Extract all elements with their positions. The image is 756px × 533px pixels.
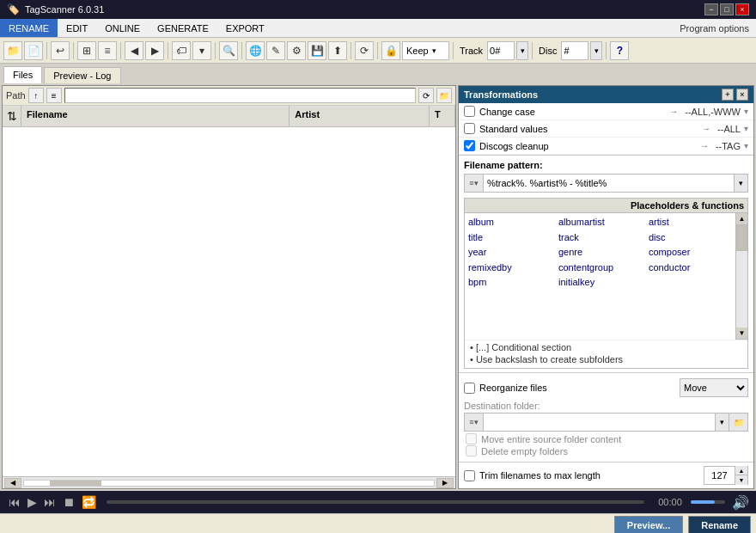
toolbar-separator-3 — [120, 42, 121, 59]
col-filename[interactable]: Filename — [21, 106, 290, 126]
keep-button[interactable]: 🔒 — [381, 41, 400, 60]
menu-edit[interactable]: EDIT — [58, 19, 96, 37]
dest-prefix[interactable]: ≡▾ — [465, 414, 484, 431]
dest-dropdown[interactable]: ▾ — [715, 414, 729, 431]
open-folder-button[interactable]: 📁 — [3, 41, 22, 60]
trans-checkbox-standard-values[interactable] — [464, 123, 475, 134]
ph-remixedby[interactable]: remixedby — [468, 260, 552, 276]
tools-button[interactable]: ⚙ — [287, 41, 306, 60]
dest-browse-button[interactable]: 📁 — [729, 413, 748, 432]
menu-export[interactable]: EXPORT — [217, 19, 273, 37]
trans-expand-2[interactable]: ▾ — [744, 124, 748, 133]
menu-generate[interactable]: GENERATE — [149, 19, 217, 37]
path-menu-button[interactable]: ≡ — [46, 88, 62, 103]
maximize-button[interactable]: □ — [720, 3, 734, 15]
ph-year[interactable]: year — [468, 245, 552, 260]
track-dropdown[interactable]: ▾ — [516, 41, 528, 60]
trans-expand-3[interactable]: ▾ — [744, 141, 748, 150]
scroll-right-button[interactable]: ▶ — [436, 478, 454, 488]
path-up-button[interactable]: ↑ — [28, 88, 44, 103]
player-next-button[interactable]: ⏭ — [42, 495, 58, 509]
dest-input[interactable] — [484, 417, 715, 427]
keep-dropdown[interactable]: Keep ▾ — [402, 41, 449, 60]
trans-arrow-1: → — [669, 107, 678, 116]
trim-up-button[interactable]: ▲ — [735, 466, 747, 475]
pattern-prefix[interactable]: ≡▾ — [465, 175, 484, 192]
trans-new-button[interactable]: + — [722, 89, 734, 101]
ph-scroll-thumb[interactable] — [736, 225, 747, 251]
prev-button[interactable]: ◀ — [125, 41, 143, 60]
ph-conductor[interactable]: conductor — [649, 260, 732, 276]
ph-scroll-up[interactable]: ▲ — [736, 213, 747, 225]
minimize-button[interactable]: − — [704, 3, 718, 15]
grid-view-button[interactable]: ⊞ — [77, 41, 96, 60]
ph-bpm[interactable]: bpm — [468, 275, 552, 291]
ph-artist[interactable]: artist — [649, 215, 732, 230]
volume-bar[interactable] — [691, 500, 725, 504]
move-dropdown[interactable]: Move — [680, 378, 748, 397]
trans-checkbox-discogs[interactable] — [464, 140, 475, 151]
player-stop-button[interactable]: ⏹ — [61, 495, 76, 509]
disc-dropdown[interactable]: ▾ — [590, 41, 602, 60]
preview-button[interactable]: Preview... — [614, 516, 683, 534]
ph-title[interactable]: title — [468, 230, 552, 246]
search-button[interactable]: 🔍 — [219, 41, 238, 60]
scroll-thumb[interactable] — [50, 481, 101, 486]
ph-scroll-dn[interactable]: ▼ — [736, 328, 747, 340]
track-input[interactable] — [487, 41, 515, 60]
ph-contentgroup[interactable]: contentgroup — [558, 260, 642, 276]
trim-value-input[interactable] — [704, 470, 735, 481]
sort-icon[interactable]: ⇅ — [3, 106, 21, 126]
tag-edit-button[interactable]: ✎ — [266, 41, 285, 60]
pattern-dropdown[interactable]: ▾ — [734, 175, 747, 192]
horizontal-scrollbar[interactable]: ◀ ▶ — [3, 476, 455, 488]
tab-preview-log[interactable]: Preview - Log — [44, 67, 120, 83]
reload-button[interactable]: ⟳ — [355, 41, 374, 60]
ph-disc[interactable]: disc — [649, 230, 732, 246]
disc-input[interactable] — [561, 41, 588, 60]
delete-empty-checkbox[interactable] — [466, 445, 477, 456]
trans-expand-1[interactable]: ▾ — [744, 107, 748, 116]
list-view-button[interactable]: ≡ — [98, 41, 117, 60]
export-button[interactable]: ⬆ — [328, 41, 347, 60]
trim-checkbox[interactable] — [464, 470, 475, 481]
player-prev-button[interactable]: ⏮ — [7, 495, 22, 509]
dropdown-mode-button[interactable]: ▾ — [192, 41, 211, 60]
trans-close-button[interactable]: × — [736, 89, 748, 101]
close-button[interactable]: × — [735, 3, 749, 15]
ph-genre[interactable]: genre — [558, 245, 642, 260]
menu-online[interactable]: ONLINE — [96, 19, 149, 37]
next-button[interactable]: ▶ — [145, 41, 164, 60]
reorganize-checkbox[interactable] — [464, 383, 475, 394]
menu-rename[interactable]: RENAME — [0, 19, 58, 37]
col-t[interactable]: T — [430, 106, 455, 126]
path-refresh-button[interactable]: ⟳ — [418, 88, 434, 103]
col-artist[interactable]: Artist — [290, 106, 430, 126]
ph-album[interactable]: album — [468, 215, 552, 230]
trim-label: Trim filenames to max length — [479, 470, 704, 481]
undo-button[interactable]: ↩ — [51, 41, 70, 60]
trim-down-button[interactable]: ▼ — [735, 475, 747, 485]
save-button[interactable]: 💾 — [308, 41, 326, 60]
ph-track[interactable]: track — [558, 230, 642, 246]
tab-files[interactable]: Files — [3, 66, 42, 83]
rename-button[interactable]: Rename — [688, 516, 751, 534]
trans-item-change-case: Change case → --ALL,-WWW ▾ — [459, 103, 753, 120]
trans-checkbox-change-case[interactable] — [464, 106, 475, 117]
ph-composer[interactable]: composer — [649, 245, 732, 260]
path-browse-button[interactable]: 📁 — [436, 88, 452, 103]
pattern-input[interactable] — [484, 178, 734, 188]
open-files-button[interactable]: 📄 — [24, 41, 43, 60]
tag-mode-button[interactable]: 🏷 — [172, 41, 191, 60]
help-button[interactable]: ? — [610, 41, 629, 60]
ph-albumartist[interactable]: albumartist — [558, 215, 642, 230]
scroll-left-button[interactable]: ◀ — [4, 478, 21, 488]
move-entire-checkbox[interactable] — [466, 433, 477, 444]
web-button[interactable]: 🌐 — [246, 41, 265, 60]
path-input[interactable] — [64, 88, 416, 103]
player-repeat-button[interactable]: 🔁 — [80, 495, 98, 509]
keep-arrow[interactable]: ▾ — [432, 46, 436, 55]
player-play-button[interactable]: ▶ — [26, 495, 39, 509]
ph-initialkey[interactable]: initialkey — [558, 275, 642, 291]
progress-bar[interactable] — [107, 500, 644, 504]
